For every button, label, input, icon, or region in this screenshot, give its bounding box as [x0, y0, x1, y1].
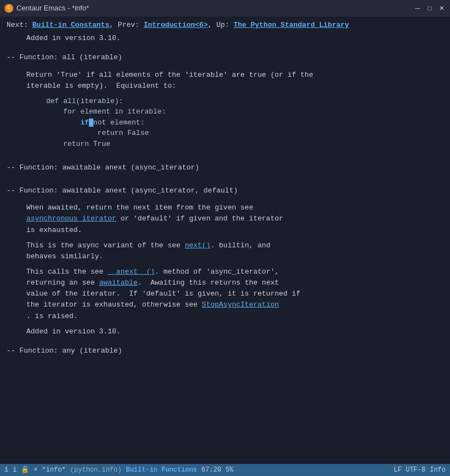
status-info-label: Info [430, 465, 446, 475]
status-bar: 1 i 🔒 × *info* (python.info) Built-in Fu… [0, 464, 450, 476]
func-all-header: -- Function: all (iterable) [7, 52, 443, 63]
status-filename: *info* [42, 465, 66, 475]
window-controls[interactable]: ─ □ ✕ [414, 4, 446, 12]
para-1: When awaited, return the next item from … [7, 202, 443, 235]
title-bar: C Centaur Emacs - *info* ─ □ ✕ [0, 0, 450, 16]
code-line-1: def all(iterable): [46, 96, 443, 107]
code-line-3: if not element: [46, 117, 443, 128]
nav-line: Next: Built-in Constants, Prev: Introduc… [7, 20, 443, 31]
func-any-header: -- Function: any (iterable) [7, 345, 443, 356]
nav-sep2: , Up: [208, 21, 234, 29]
code-line-2: for element in iterable: [46, 106, 443, 117]
nav-up-link[interactable]: The Python Standard Library [234, 21, 350, 29]
added-version-2: Added in version 3.10. [7, 326, 443, 337]
line-number: 1 [4, 465, 8, 475]
link-next[interactable]: next() [185, 241, 211, 250]
title-bar-left: C Centaur Emacs - *info* [4, 3, 89, 14]
func-all-desc: Return 'True' if all elements of the 'it… [7, 70, 443, 92]
window-title: Centaur Emacs - *info* [16, 3, 89, 14]
link-stop-async[interactable]: StopAsyncIteration [202, 301, 279, 309]
nav-next-link[interactable]: Built-in Constants [32, 21, 109, 29]
status-position: 67:20 [201, 465, 221, 475]
status-python-mode: (python.info) [70, 465, 122, 475]
func-anext1-header: -- Function: awaitable anext (async_iter… [7, 162, 443, 173]
code-line-4: return False [46, 128, 443, 139]
para-2: This is the async variant of the see nex… [7, 240, 443, 262]
status-encoding: LF UTF-8 [394, 465, 426, 475]
status-line-num: 1 [4, 465, 8, 475]
code-block-all: def all(iterable): for element in iterab… [7, 96, 443, 150]
status-percent: 5% [226, 465, 233, 475]
maximize-button[interactable]: □ [426, 4, 434, 12]
nav-prev-link[interactable]: Introduction<6> [144, 21, 208, 29]
status-icon-lock: 🔒 [21, 465, 29, 475]
func-anext2-header: -- Function: awaitable anext (async_iter… [7, 185, 443, 196]
code-line-5: return True [46, 139, 443, 150]
added-version-1: Added in version 3.10. [7, 33, 443, 44]
status-icon-x: × [33, 465, 37, 475]
content-area: Next: Built-in Constants, Prev: Introduc… [0, 16, 450, 464]
status-major-mode: Built-in Functions [126, 465, 197, 475]
minimize-button[interactable]: ─ [414, 4, 421, 12]
nav-sep1: , Prev: [109, 21, 143, 29]
para-3: This calls the see __anext__(). method o… [7, 267, 443, 322]
app-logo: C [4, 4, 13, 13]
link-anext-method[interactable]: __anext__() [108, 268, 155, 276]
nav-next-label: Next: [7, 21, 32, 29]
link-async-iterator[interactable]: asynchronous iterator [26, 214, 116, 223]
close-button[interactable]: ✕ [438, 4, 446, 12]
status-icon-i: i [13, 465, 16, 475]
link-awaitable[interactable]: awaitable [99, 279, 138, 287]
